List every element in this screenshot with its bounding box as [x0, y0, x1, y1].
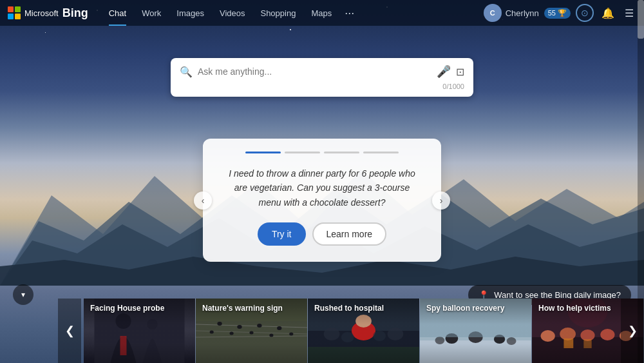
trophy-icon: 🏆 — [558, 9, 567, 17]
search-input-row: 🔍 🎤 ⊡ — [180, 64, 464, 79]
search-box: 🔍 🎤 ⊡ 0/1000 — [171, 58, 473, 97]
notifications-bell-icon[interactable]: 🔔 — [599, 7, 617, 19]
nav-videos[interactable]: Videos — [212, 0, 253, 26]
rewards-icon[interactable]: ⊙ — [576, 4, 594, 22]
microsoft-logo-icon — [8, 6, 21, 19]
news-card-3-title: Rushed to hospital — [314, 304, 413, 313]
news-card-2-title: Nature's warning sign — [202, 304, 301, 313]
dot-1[interactable] — [245, 152, 281, 153]
suggestion-prev-button[interactable]: ‹ — [194, 191, 212, 210]
news-prev-button[interactable]: ❮ — [58, 299, 81, 363]
nav-maps[interactable]: Maps — [303, 0, 339, 26]
star — [290, 29, 291, 30]
learn-more-button[interactable]: Learn more — [312, 222, 387, 246]
nav-more-button[interactable]: ··· — [339, 0, 359, 26]
news-card-1[interactable]: Facing House probe — [84, 299, 196, 363]
dot-4[interactable] — [363, 152, 399, 153]
search-icon: 🔍 — [180, 66, 193, 78]
star — [45, 32, 46, 33]
news-card-4-title: Spy balloon recovery — [426, 304, 525, 313]
nav-chat[interactable]: Chat — [101, 0, 134, 26]
image-search-icon[interactable]: ⊡ — [456, 66, 464, 78]
search-area: 🔍 🎤 ⊡ 0/1000 — [171, 58, 473, 97]
nav-work[interactable]: Work — [134, 0, 169, 26]
user-name-label: Cherlynn — [506, 8, 539, 18]
news-prev-icon: ❮ — [65, 324, 75, 338]
bing-label: Bing — [62, 6, 88, 20]
navbar: Microsoft Bing Chat Work Images Videos S… — [0, 0, 644, 26]
suggestion-buttons: Try it Learn more — [222, 222, 422, 246]
news-card-1-title: Facing House probe — [90, 304, 189, 313]
dot-2[interactable] — [285, 152, 320, 153]
scrollbar-thumb[interactable] — [638, 0, 644, 39]
news-card-3[interactable]: Rushed to hospital — [308, 299, 420, 363]
suggestion-text: I need to throw a dinner party for 6 peo… — [222, 166, 422, 210]
news-card-2[interactable]: Nature's warning sign — [196, 299, 308, 363]
news-card-4[interactable]: Spy balloon recovery — [420, 299, 532, 363]
logo-area[interactable]: Microsoft Bing — [8, 6, 88, 20]
nav-shopping[interactable]: Shopping — [252, 0, 303, 26]
nav-images[interactable]: Images — [169, 0, 212, 26]
microsoft-label: Microsoft — [24, 8, 59, 18]
news-next-icon: ❯ — [628, 324, 638, 338]
hamburger-menu-icon[interactable]: ☰ — [622, 7, 636, 19]
chevron-down-icon: ▾ — [21, 290, 25, 299]
user-avatar: C — [484, 4, 502, 22]
user-profile-button[interactable]: C Cherlynn — [484, 4, 539, 22]
nav-right-area: C Cherlynn 55 🏆 ⊙ 🔔 ☰ — [484, 4, 636, 22]
points-value: 55 — [548, 9, 556, 17]
char-count-label: 0/1000 — [180, 83, 464, 90]
search-input[interactable] — [198, 66, 431, 77]
dot-3[interactable] — [324, 152, 359, 153]
news-row: ❮ Facing House probe — [0, 299, 644, 363]
suggestion-dots — [222, 152, 422, 153]
suggestion-next-button[interactable]: › — [432, 191, 450, 210]
try-it-button[interactable]: Try it — [258, 222, 306, 246]
scrollbar[interactable] — [638, 0, 644, 363]
suggestion-card: ‹ I need to throw a dinner party for 6 p… — [203, 139, 441, 262]
points-badge[interactable]: 55 🏆 — [544, 8, 571, 19]
microphone-icon[interactable]: 🎤 — [437, 64, 451, 79]
